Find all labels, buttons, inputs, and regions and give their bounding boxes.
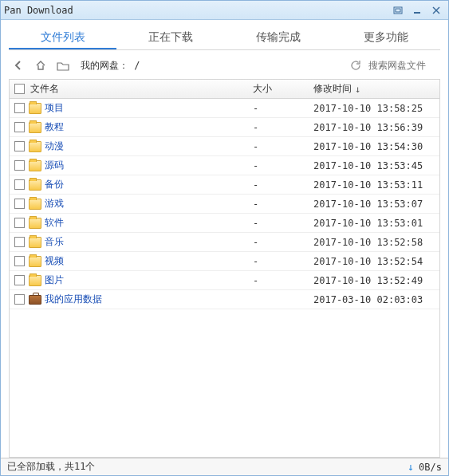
cell-mtime: 2017-10-10 13:52:58 bbox=[313, 237, 439, 248]
checkbox-icon[interactable] bbox=[14, 294, 25, 305]
cell-name: 软件 bbox=[29, 216, 253, 230]
row-checkbox-cell[interactable] bbox=[10, 199, 29, 209]
file-name[interactable]: 图片 bbox=[45, 273, 64, 287]
table-header: 文件名 大小 修改时间 ↓ bbox=[10, 80, 439, 99]
cell-name: 教程 bbox=[29, 120, 253, 134]
column-size[interactable]: 大小 bbox=[253, 82, 313, 96]
row-checkbox-cell[interactable] bbox=[10, 160, 29, 171]
path-label: 我的网盘： / bbox=[81, 59, 343, 73]
search-input[interactable] bbox=[368, 60, 440, 71]
checkbox-icon[interactable] bbox=[14, 218, 25, 228]
cell-mtime: 2017-10-10 13:53:45 bbox=[313, 160, 439, 171]
file-name[interactable]: 软件 bbox=[45, 216, 64, 230]
cell-size: - bbox=[253, 160, 313, 171]
tab-1[interactable]: 正在下载 bbox=[116, 25, 224, 49]
checkbox-icon[interactable] bbox=[14, 84, 25, 94]
checkbox-icon[interactable] bbox=[14, 103, 25, 113]
row-checkbox-cell[interactable] bbox=[10, 179, 29, 190]
table-row[interactable]: 音乐-2017-10-10 13:52:58 bbox=[10, 233, 439, 252]
svg-rect-1 bbox=[396, 9, 400, 12]
row-checkbox-cell[interactable] bbox=[10, 275, 29, 285]
folder-icon bbox=[29, 122, 41, 133]
header-checkbox-cell[interactable] bbox=[10, 84, 29, 94]
cell-mtime: 2017-10-10 13:52:54 bbox=[313, 256, 439, 267]
folder-icon bbox=[29, 275, 41, 286]
file-name[interactable]: 音乐 bbox=[45, 235, 64, 249]
checkbox-icon[interactable] bbox=[14, 141, 25, 151]
file-name[interactable]: 动漫 bbox=[45, 140, 64, 153]
checkbox-icon[interactable] bbox=[14, 199, 25, 209]
app-window: Pan Download 文件列表正在下载传输完成更多功能 我的网盘： / bbox=[0, 0, 449, 476]
titlebar[interactable]: Pan Download bbox=[1, 1, 448, 20]
cell-name: 项目 bbox=[29, 101, 253, 115]
file-name[interactable]: 我的应用数据 bbox=[45, 293, 102, 306]
row-checkbox-cell[interactable] bbox=[10, 294, 29, 305]
cell-mtime: 2017-03-10 02:03:03 bbox=[313, 294, 439, 305]
status-text: 已全部加载，共11个 bbox=[7, 460, 95, 474]
folder-icon bbox=[29, 103, 41, 114]
checkbox-icon[interactable] bbox=[14, 237, 25, 247]
table-row[interactable]: 软件-2017-10-10 13:53:01 bbox=[10, 214, 439, 233]
tab-0[interactable]: 文件列表 bbox=[9, 25, 116, 49]
table-row[interactable]: 教程-2017-10-10 13:56:39 bbox=[10, 118, 439, 137]
table-row[interactable]: 图片-2017-10-10 13:52:49 bbox=[10, 271, 439, 290]
file-name[interactable]: 源码 bbox=[45, 159, 64, 172]
cell-size: - bbox=[253, 103, 313, 114]
column-name[interactable]: 文件名 bbox=[29, 82, 253, 96]
file-name[interactable]: 备份 bbox=[45, 178, 64, 191]
table-row[interactable]: 视频-2017-10-10 13:52:54 bbox=[10, 252, 439, 271]
home-button[interactable] bbox=[31, 56, 50, 75]
folder-icon bbox=[29, 141, 41, 152]
file-name[interactable]: 游戏 bbox=[45, 197, 64, 210]
download-arrow-icon: ↓ bbox=[408, 461, 414, 473]
tab-3[interactable]: 更多功能 bbox=[333, 25, 440, 49]
speed-text: 0B/s bbox=[419, 462, 442, 473]
restore-button[interactable] bbox=[389, 4, 407, 17]
tab-bar: 文件列表正在下载传输完成更多功能 bbox=[9, 25, 440, 50]
table-body[interactable]: 项目-2017-10-10 13:58:25教程-2017-10-10 13:5… bbox=[10, 99, 439, 457]
table-row[interactable]: 备份-2017-10-10 13:53:11 bbox=[10, 175, 439, 195]
tab-2[interactable]: 传输完成 bbox=[225, 25, 333, 49]
row-checkbox-cell[interactable] bbox=[10, 122, 29, 132]
table-row[interactable]: 游戏-2017-10-10 13:53:07 bbox=[10, 195, 439, 214]
cell-mtime: 2017-10-10 13:58:25 bbox=[313, 103, 439, 114]
cell-mtime: 2017-10-10 13:53:01 bbox=[313, 218, 439, 229]
table-row[interactable]: 项目-2017-10-10 13:58:25 bbox=[10, 99, 439, 118]
toolbar: 我的网盘： / bbox=[9, 53, 440, 77]
file-name[interactable]: 项目 bbox=[45, 101, 64, 115]
cell-size: - bbox=[253, 199, 313, 210]
checkbox-icon[interactable] bbox=[14, 275, 25, 285]
table-row[interactable]: 源码-2017-10-10 13:53:45 bbox=[10, 156, 439, 175]
checkbox-icon[interactable] bbox=[14, 256, 25, 266]
folder-icon bbox=[29, 256, 41, 267]
refresh-button[interactable] bbox=[346, 56, 365, 75]
folder-icon bbox=[29, 199, 41, 210]
checkbox-icon[interactable] bbox=[14, 179, 25, 190]
folder-icon bbox=[29, 160, 41, 171]
row-checkbox-cell[interactable] bbox=[10, 103, 29, 113]
file-name[interactable]: 视频 bbox=[45, 254, 64, 268]
cell-mtime: 2017-10-10 13:53:11 bbox=[313, 179, 439, 191]
row-checkbox-cell[interactable] bbox=[10, 218, 29, 228]
column-mtime[interactable]: 修改时间 ↓ bbox=[313, 82, 439, 96]
new-folder-button[interactable] bbox=[53, 56, 73, 75]
cell-name: 游戏 bbox=[29, 197, 253, 210]
file-table: 文件名 大小 修改时间 ↓ 项目-2017-10-10 13:58:25教程-2… bbox=[9, 79, 440, 458]
table-row[interactable]: 动漫-2017-10-10 13:54:30 bbox=[10, 137, 439, 156]
checkbox-icon[interactable] bbox=[14, 160, 25, 171]
row-checkbox-cell[interactable] bbox=[10, 256, 29, 266]
minimize-button[interactable] bbox=[408, 4, 426, 17]
row-checkbox-cell[interactable] bbox=[10, 141, 29, 151]
checkbox-icon[interactable] bbox=[14, 122, 25, 132]
table-row[interactable]: 我的应用数据2017-03-10 02:03:03 bbox=[10, 290, 439, 309]
row-checkbox-cell[interactable] bbox=[10, 237, 29, 247]
cell-name: 视频 bbox=[29, 254, 253, 268]
sort-arrow-icon: ↓ bbox=[355, 84, 360, 95]
cell-mtime: 2017-10-10 13:53:07 bbox=[313, 199, 439, 210]
back-button[interactable] bbox=[9, 56, 28, 75]
cell-name: 源码 bbox=[29, 159, 253, 172]
file-name[interactable]: 教程 bbox=[45, 120, 64, 134]
close-button[interactable] bbox=[427, 4, 445, 17]
cell-size: - bbox=[253, 179, 313, 191]
briefcase-icon bbox=[29, 295, 41, 305]
